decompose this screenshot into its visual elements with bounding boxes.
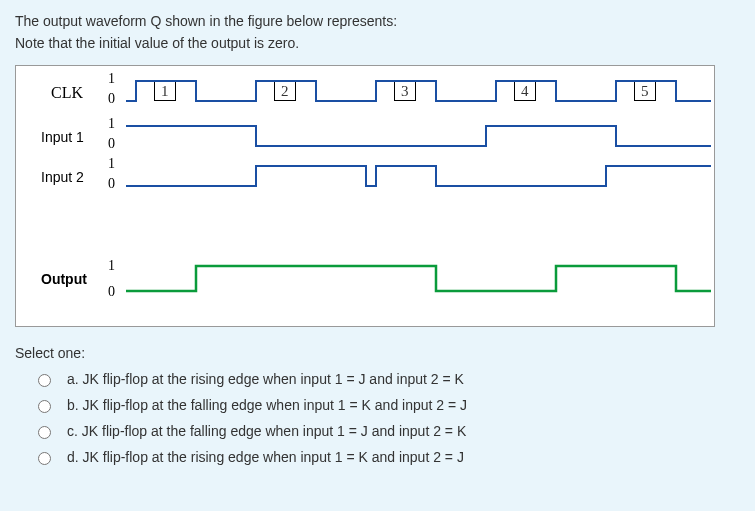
input1-wave	[126, 126, 711, 146]
question-text: The output waveform Q shown in the figur…	[15, 10, 740, 55]
option-c-radio[interactable]	[38, 426, 51, 439]
option-a-text: a. JK flip-flop at the rising edge when …	[67, 371, 464, 387]
option-c-text: c. JK flip-flop at the falling edge when…	[67, 423, 466, 439]
option-b-radio[interactable]	[38, 400, 51, 413]
option-c[interactable]: c. JK flip-flop at the falling edge when…	[33, 423, 740, 439]
option-d[interactable]: d. JK flip-flop at the rising edge when …	[33, 449, 740, 465]
question-line-1: The output waveform Q shown in the figur…	[15, 10, 740, 32]
select-one-label: Select one:	[15, 345, 740, 361]
quiz-container: The output waveform Q shown in the figur…	[0, 0, 755, 511]
option-b-text: b. JK flip-flop at the falling edge when…	[67, 397, 467, 413]
clk-wave	[126, 81, 711, 101]
option-d-text: d. JK flip-flop at the rising edge when …	[67, 449, 464, 465]
waveform-diagram: CLK 1 0 Input 1 1 0 Input 2 1 0 Output 1…	[15, 65, 715, 327]
option-a-radio[interactable]	[38, 374, 51, 387]
options-list: a. JK flip-flop at the rising edge when …	[15, 371, 740, 465]
input2-wave	[126, 166, 711, 186]
waveform-svg	[16, 66, 716, 326]
option-b[interactable]: b. JK flip-flop at the falling edge when…	[33, 397, 740, 413]
option-a[interactable]: a. JK flip-flop at the rising edge when …	[33, 371, 740, 387]
option-d-radio[interactable]	[38, 452, 51, 465]
diagram-inner: CLK 1 0 Input 1 1 0 Input 2 1 0 Output 1…	[16, 66, 716, 326]
question-line-2: Note that the initial value of the outpu…	[15, 32, 740, 54]
output-wave	[126, 266, 711, 291]
